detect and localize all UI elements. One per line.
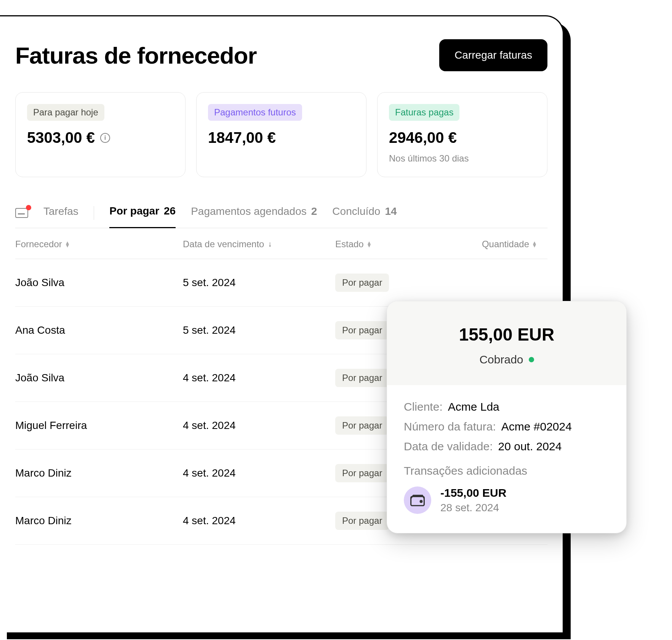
detail-status-label: Cobrado <box>479 353 523 366</box>
tab-scheduled[interactable]: Pagamentos agendados 2 <box>191 198 317 227</box>
tab-to-pay-label: Por pagar <box>109 205 159 217</box>
cell-due-date: 4 set. 2024 <box>183 515 335 527</box>
table-header-row: Fornecedor ▴▾ Data de vencimento ↓ Estad… <box>15 228 547 259</box>
tab-to-pay[interactable]: Por pagar 26 <box>109 198 176 228</box>
detail-client-label: Cliente: <box>404 400 443 413</box>
cell-supplier: Marco Diniz <box>15 467 183 479</box>
status-dot-icon <box>529 357 534 362</box>
tab-completed-label: Concluído <box>332 205 380 218</box>
amount-pay-today-value: 5303,00 € <box>27 129 95 146</box>
page-title: Faturas de fornecedor <box>15 42 257 69</box>
status-badge: Por pagar <box>335 464 389 482</box>
transactions-title: Transações adicionadas <box>404 464 610 477</box>
tab-completed-count: 14 <box>385 205 397 218</box>
cell-status: Por pagar <box>335 274 442 292</box>
sort-icon: ▴▾ <box>66 241 69 247</box>
tab-completed[interactable]: Concluído 14 <box>332 198 397 227</box>
notification-dot-icon <box>26 205 31 210</box>
th-status[interactable]: Estado ▴▾ <box>335 239 442 250</box>
detail-expiry-label: Data de validade: <box>404 440 493 453</box>
detail-body: Cliente: Acme Lda Número da fatura: Acme… <box>387 385 626 533</box>
tab-scheduled-label: Pagamentos agendados <box>191 205 307 218</box>
sort-icon: ▴▾ <box>368 241 371 247</box>
cell-due-date: 4 set. 2024 <box>183 419 335 432</box>
table-row[interactable]: João Silva5 set. 2024Por pagar <box>15 259 547 307</box>
amount-future: 1847,00 € <box>208 129 355 146</box>
status-badge: Por pagar <box>335 274 389 292</box>
detail-expiry-row: Data de validade: 20 out. 2024 <box>404 440 610 453</box>
tab-tasks[interactable]: Tarefas <box>43 198 78 227</box>
detail-client-row: Cliente: Acme Lda <box>404 400 610 413</box>
paid-subtext: Nos últimos 30 dias <box>389 153 536 164</box>
detail-invoice-value: Acme #02024 <box>501 420 572 433</box>
detail-status: Cobrado <box>479 353 534 366</box>
page-header: Faturas de fornecedor Carregar faturas <box>15 39 547 71</box>
detail-header: 155,00 EUR Cobrado <box>387 301 626 385</box>
invoice-detail-panel: 155,00 EUR Cobrado Cliente: Acme Lda Núm… <box>387 301 627 533</box>
card-future-payments[interactable]: Pagamentos futuros 1847,00 € <box>196 92 366 177</box>
status-badge: Por pagar <box>335 512 389 530</box>
cell-due-date: 4 set. 2024 <box>183 467 335 479</box>
th-qty-label: Quantidade <box>482 239 529 250</box>
th-supplier-label: Fornecedor <box>15 239 62 250</box>
cell-supplier: João Silva <box>15 372 183 384</box>
amount-pay-today: 5303,00 € i <box>27 129 174 146</box>
cell-due-date: 5 set. 2024 <box>183 324 335 336</box>
amount-paid: 2946,00 € <box>389 129 536 146</box>
info-icon[interactable]: i <box>100 133 110 143</box>
tab-divider <box>94 206 94 220</box>
upload-invoices-button[interactable]: Carregar faturas <box>439 39 547 71</box>
status-badge: Por pagar <box>335 321 389 339</box>
svg-point-1 <box>420 501 422 502</box>
sort-icon: ▴▾ <box>533 241 536 247</box>
inbox-icon-wrap[interactable] <box>15 208 28 218</box>
th-status-label: Estado <box>335 239 364 250</box>
status-badge: Por pagar <box>335 369 389 387</box>
cell-supplier: Marco Diniz <box>15 515 183 527</box>
transaction-info: -155,00 EUR 28 set. 2024 <box>440 486 506 514</box>
cell-supplier: João Silva <box>15 277 183 289</box>
card-paid-invoices[interactable]: Faturas pagas 2946,00 € Nos últimos 30 d… <box>377 92 547 177</box>
detail-client-value: Acme Lda <box>448 400 499 413</box>
transaction-row[interactable]: -155,00 EUR 28 set. 2024 <box>404 486 610 514</box>
card-pay-today[interactable]: Para pagar hoje 5303,00 € i <box>15 92 186 177</box>
cell-supplier: Miguel Ferreira <box>15 419 183 432</box>
tab-to-pay-count: 26 <box>164 205 176 217</box>
status-badge: Por pagar <box>335 416 389 435</box>
badge-pay-today: Para pagar hoje <box>27 104 104 121</box>
detail-invoice-label: Número da fatura: <box>404 420 496 433</box>
th-due-date[interactable]: Data de vencimento ↓ <box>183 239 335 250</box>
th-quantity[interactable]: Quantidade ▴▾ <box>442 239 547 250</box>
cell-supplier: Ana Costa <box>15 324 183 336</box>
transaction-amount: -155,00 EUR <box>440 486 506 499</box>
wallet-icon <box>404 486 431 514</box>
detail-invoice-row: Número da fatura: Acme #02024 <box>404 420 610 433</box>
tab-scheduled-count: 2 <box>311 205 317 218</box>
transaction-date: 28 set. 2024 <box>440 502 506 514</box>
detail-amount: 155,00 EUR <box>402 324 611 345</box>
th-due-label: Data de vencimento <box>183 239 264 250</box>
cell-due-date: 4 set. 2024 <box>183 372 335 384</box>
sort-down-icon: ↓ <box>268 240 272 248</box>
badge-future: Pagamentos futuros <box>208 104 302 121</box>
badge-paid: Faturas pagas <box>389 104 459 121</box>
tabs-bar: Tarefas Por pagar 26 Pagamentos agendado… <box>15 198 547 228</box>
detail-expiry-value: 20 out. 2024 <box>498 440 562 453</box>
summary-cards: Para pagar hoje 5303,00 € i Pagamentos f… <box>15 92 547 177</box>
th-supplier[interactable]: Fornecedor ▴▾ <box>15 239 183 250</box>
cell-due-date: 5 set. 2024 <box>183 277 335 289</box>
